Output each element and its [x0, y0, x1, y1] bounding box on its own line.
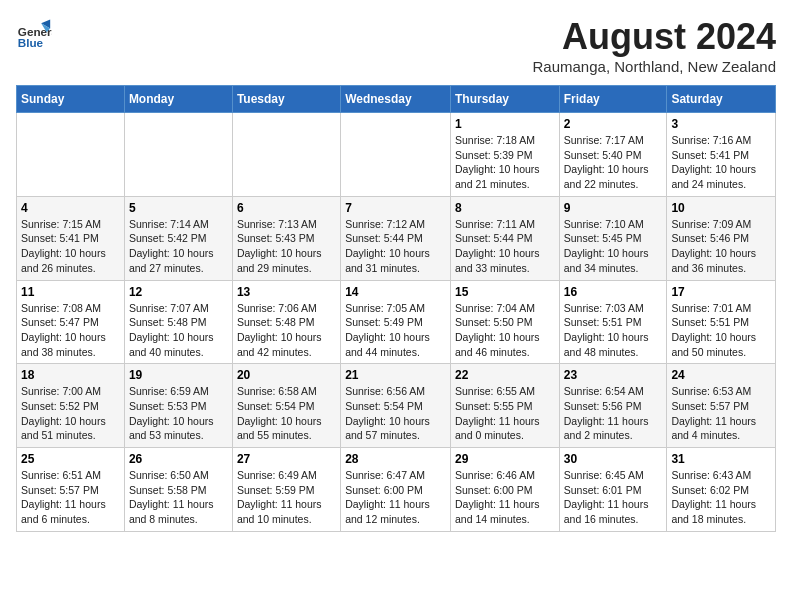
calendar-cell: 25Sunrise: 6:51 AM Sunset: 5:57 PM Dayli… [17, 448, 125, 532]
calendar-cell [17, 113, 125, 197]
svg-text:Blue: Blue [18, 36, 44, 49]
day-number: 11 [21, 285, 120, 299]
day-info: Sunrise: 7:16 AM Sunset: 5:41 PM Dayligh… [671, 133, 771, 192]
day-header-sunday: Sunday [17, 86, 125, 113]
calendar-cell: 26Sunrise: 6:50 AM Sunset: 5:58 PM Dayli… [124, 448, 232, 532]
logo-icon: General Blue [16, 16, 52, 52]
calendar-cell [124, 113, 232, 197]
day-info: Sunrise: 7:00 AM Sunset: 5:52 PM Dayligh… [21, 384, 120, 443]
day-header-monday: Monday [124, 86, 232, 113]
day-number: 29 [455, 452, 555, 466]
day-number: 19 [129, 368, 228, 382]
day-info: Sunrise: 7:10 AM Sunset: 5:45 PM Dayligh… [564, 217, 663, 276]
calendar-week-0: 1Sunrise: 7:18 AM Sunset: 5:39 PM Daylig… [17, 113, 776, 197]
calendar-header: SundayMondayTuesdayWednesdayThursdayFrid… [17, 86, 776, 113]
calendar-cell: 17Sunrise: 7:01 AM Sunset: 5:51 PM Dayli… [667, 280, 776, 364]
calendar-week-3: 18Sunrise: 7:00 AM Sunset: 5:52 PM Dayli… [17, 364, 776, 448]
calendar-cell: 27Sunrise: 6:49 AM Sunset: 5:59 PM Dayli… [232, 448, 340, 532]
day-info: Sunrise: 7:01 AM Sunset: 5:51 PM Dayligh… [671, 301, 771, 360]
calendar-cell: 1Sunrise: 7:18 AM Sunset: 5:39 PM Daylig… [450, 113, 559, 197]
day-info: Sunrise: 7:18 AM Sunset: 5:39 PM Dayligh… [455, 133, 555, 192]
calendar-cell: 22Sunrise: 6:55 AM Sunset: 5:55 PM Dayli… [450, 364, 559, 448]
day-header-friday: Friday [559, 86, 667, 113]
day-info: Sunrise: 6:49 AM Sunset: 5:59 PM Dayligh… [237, 468, 336, 527]
day-number: 10 [671, 201, 771, 215]
calendar-cell: 6Sunrise: 7:13 AM Sunset: 5:43 PM Daylig… [232, 196, 340, 280]
day-info: Sunrise: 7:12 AM Sunset: 5:44 PM Dayligh… [345, 217, 446, 276]
day-number: 21 [345, 368, 446, 382]
calendar-cell: 21Sunrise: 6:56 AM Sunset: 5:54 PM Dayli… [341, 364, 451, 448]
day-number: 17 [671, 285, 771, 299]
day-number: 28 [345, 452, 446, 466]
day-info: Sunrise: 6:47 AM Sunset: 6:00 PM Dayligh… [345, 468, 446, 527]
day-info: Sunrise: 6:59 AM Sunset: 5:53 PM Dayligh… [129, 384, 228, 443]
day-number: 13 [237, 285, 336, 299]
day-number: 31 [671, 452, 771, 466]
calendar-cell [232, 113, 340, 197]
day-info: Sunrise: 6:56 AM Sunset: 5:54 PM Dayligh… [345, 384, 446, 443]
day-info: Sunrise: 6:46 AM Sunset: 6:00 PM Dayligh… [455, 468, 555, 527]
day-info: Sunrise: 7:13 AM Sunset: 5:43 PM Dayligh… [237, 217, 336, 276]
day-number: 16 [564, 285, 663, 299]
calendar-cell: 9Sunrise: 7:10 AM Sunset: 5:45 PM Daylig… [559, 196, 667, 280]
day-info: Sunrise: 7:17 AM Sunset: 5:40 PM Dayligh… [564, 133, 663, 192]
calendar-cell: 5Sunrise: 7:14 AM Sunset: 5:42 PM Daylig… [124, 196, 232, 280]
calendar-cell: 31Sunrise: 6:43 AM Sunset: 6:02 PM Dayli… [667, 448, 776, 532]
day-header-thursday: Thursday [450, 86, 559, 113]
calendar-cell: 15Sunrise: 7:04 AM Sunset: 5:50 PM Dayli… [450, 280, 559, 364]
page-header: General Blue August 2024 Raumanga, North… [16, 16, 776, 75]
location-subtitle: Raumanga, Northland, New Zealand [533, 58, 776, 75]
calendar-cell: 13Sunrise: 7:06 AM Sunset: 5:48 PM Dayli… [232, 280, 340, 364]
calendar-cell: 24Sunrise: 6:53 AM Sunset: 5:57 PM Dayli… [667, 364, 776, 448]
day-number: 8 [455, 201, 555, 215]
day-number: 30 [564, 452, 663, 466]
day-info: Sunrise: 6:54 AM Sunset: 5:56 PM Dayligh… [564, 384, 663, 443]
calendar-cell: 16Sunrise: 7:03 AM Sunset: 5:51 PM Dayli… [559, 280, 667, 364]
day-number: 9 [564, 201, 663, 215]
title-block: August 2024 Raumanga, Northland, New Zea… [533, 16, 776, 75]
calendar-cell: 3Sunrise: 7:16 AM Sunset: 5:41 PM Daylig… [667, 113, 776, 197]
day-number: 3 [671, 117, 771, 131]
calendar-cell: 14Sunrise: 7:05 AM Sunset: 5:49 PM Dayli… [341, 280, 451, 364]
calendar-cell: 20Sunrise: 6:58 AM Sunset: 5:54 PM Dayli… [232, 364, 340, 448]
day-number: 18 [21, 368, 120, 382]
calendar-week-4: 25Sunrise: 6:51 AM Sunset: 5:57 PM Dayli… [17, 448, 776, 532]
calendar-cell: 29Sunrise: 6:46 AM Sunset: 6:00 PM Dayli… [450, 448, 559, 532]
month-year-title: August 2024 [533, 16, 776, 58]
day-number: 20 [237, 368, 336, 382]
day-number: 4 [21, 201, 120, 215]
day-number: 14 [345, 285, 446, 299]
calendar-body: 1Sunrise: 7:18 AM Sunset: 5:39 PM Daylig… [17, 113, 776, 532]
calendar-table: SundayMondayTuesdayWednesdayThursdayFrid… [16, 85, 776, 532]
day-info: Sunrise: 7:08 AM Sunset: 5:47 PM Dayligh… [21, 301, 120, 360]
day-info: Sunrise: 7:04 AM Sunset: 5:50 PM Dayligh… [455, 301, 555, 360]
day-number: 25 [21, 452, 120, 466]
calendar-cell: 18Sunrise: 7:00 AM Sunset: 5:52 PM Dayli… [17, 364, 125, 448]
logo: General Blue [16, 16, 52, 52]
day-info: Sunrise: 6:50 AM Sunset: 5:58 PM Dayligh… [129, 468, 228, 527]
day-info: Sunrise: 7:09 AM Sunset: 5:46 PM Dayligh… [671, 217, 771, 276]
calendar-cell: 12Sunrise: 7:07 AM Sunset: 5:48 PM Dayli… [124, 280, 232, 364]
day-number: 15 [455, 285, 555, 299]
day-info: Sunrise: 7:07 AM Sunset: 5:48 PM Dayligh… [129, 301, 228, 360]
day-number: 22 [455, 368, 555, 382]
day-number: 12 [129, 285, 228, 299]
day-number: 24 [671, 368, 771, 382]
day-header-saturday: Saturday [667, 86, 776, 113]
day-info: Sunrise: 7:03 AM Sunset: 5:51 PM Dayligh… [564, 301, 663, 360]
calendar-cell: 30Sunrise: 6:45 AM Sunset: 6:01 PM Dayli… [559, 448, 667, 532]
day-info: Sunrise: 7:11 AM Sunset: 5:44 PM Dayligh… [455, 217, 555, 276]
day-number: 6 [237, 201, 336, 215]
day-number: 2 [564, 117, 663, 131]
calendar-cell: 11Sunrise: 7:08 AM Sunset: 5:47 PM Dayli… [17, 280, 125, 364]
day-number: 5 [129, 201, 228, 215]
calendar-cell: 8Sunrise: 7:11 AM Sunset: 5:44 PM Daylig… [450, 196, 559, 280]
day-number: 26 [129, 452, 228, 466]
day-info: Sunrise: 6:55 AM Sunset: 5:55 PM Dayligh… [455, 384, 555, 443]
day-info: Sunrise: 7:05 AM Sunset: 5:49 PM Dayligh… [345, 301, 446, 360]
day-number: 27 [237, 452, 336, 466]
calendar-cell [341, 113, 451, 197]
day-header-wednesday: Wednesday [341, 86, 451, 113]
calendar-cell: 7Sunrise: 7:12 AM Sunset: 5:44 PM Daylig… [341, 196, 451, 280]
day-info: Sunrise: 6:53 AM Sunset: 5:57 PM Dayligh… [671, 384, 771, 443]
